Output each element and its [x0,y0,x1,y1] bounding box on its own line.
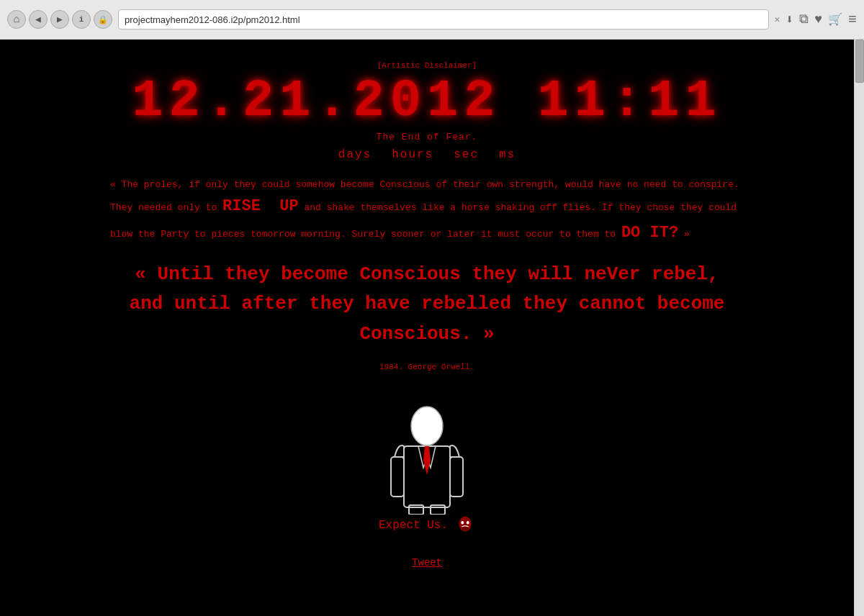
url-text: projectmayhem2012-086.i2p/pm2012.html [125,14,300,25]
browser-chrome: ⌂ ◀ ▶ i 🔒 projectmayhem2012-086.i2p/pm20… [0,0,864,40]
cart-icon[interactable]: 🛒 [828,12,842,27]
clock-subtitle: The End of Fear. [377,132,478,142]
author-text: 1984. George Orwell. [379,363,474,371]
svg-point-9 [467,521,469,525]
close-tab-icon[interactable]: ✕ [775,14,780,25]
guy-fawkes-icon [455,515,475,535]
rise-up-text: RISE UP [222,197,299,215]
window-icon[interactable]: ⧉ [799,12,809,27]
menu-icon[interactable]: ≡ [848,12,857,28]
home-button[interactable]: ⌂ [7,10,26,29]
svg-rect-5 [431,505,445,515]
countdown-labels: days hours sec ms [338,148,516,161]
forward-button[interactable]: ▶ [50,10,69,29]
info-button[interactable]: i [72,10,91,29]
page-wrapper: [Artistic Disclaimer] 12.21.2012 11:11 T… [0,40,864,616]
hours-label: hours [392,148,433,161]
nav-buttons: ⌂ ◀ ▶ i 🔒 [7,10,112,29]
expect-us-text: Expect Us. [379,519,448,532]
anonymous-figure [384,389,470,504]
tweet-link[interactable]: Tweet [412,557,442,569]
quote-paragraph: « The proles, if only they could somehow… [110,177,744,247]
clock-display: 12.21.2012 11:11 [132,76,721,127]
svg-point-8 [461,521,464,525]
disclaimer-link[interactable]: [Artistic Disclaimer] [377,61,477,70]
main-quote-line1: « Until they become Conscious they will … [110,260,744,290]
svg-rect-4 [409,505,423,515]
bookmark-icon[interactable]: ♥ [814,12,822,27]
svg-rect-3 [450,457,463,497]
svg-point-1 [411,407,443,445]
svg-point-10 [462,527,468,531]
address-bar[interactable]: projectmayhem2012-086.i2p/pm2012.html [118,9,769,30]
days-label: days [338,148,372,161]
svg-rect-2 [391,457,404,497]
expect-us-section: Expect Us. [379,515,475,535]
do-it-text: DO IT? [621,224,678,242]
scrollbar-thumb[interactable] [855,40,864,83]
back-button[interactable]: ◀ [29,10,48,29]
scrollbar[interactable] [854,40,864,616]
main-quote: « Until they become Conscious they will … [110,260,744,350]
download-icon[interactable]: ⬇ [786,12,793,27]
browser-actions: ⬇ ⧉ ♥ 🛒 ≡ [786,12,857,28]
main-quote-line2: and until after they have rebelled they … [110,289,744,349]
main-content: [Artistic Disclaimer] 12.21.2012 11:11 T… [0,40,854,616]
sec-label: sec [454,148,479,161]
ms-label: ms [499,148,516,161]
lock-button[interactable]: 🔒 [94,10,112,29]
